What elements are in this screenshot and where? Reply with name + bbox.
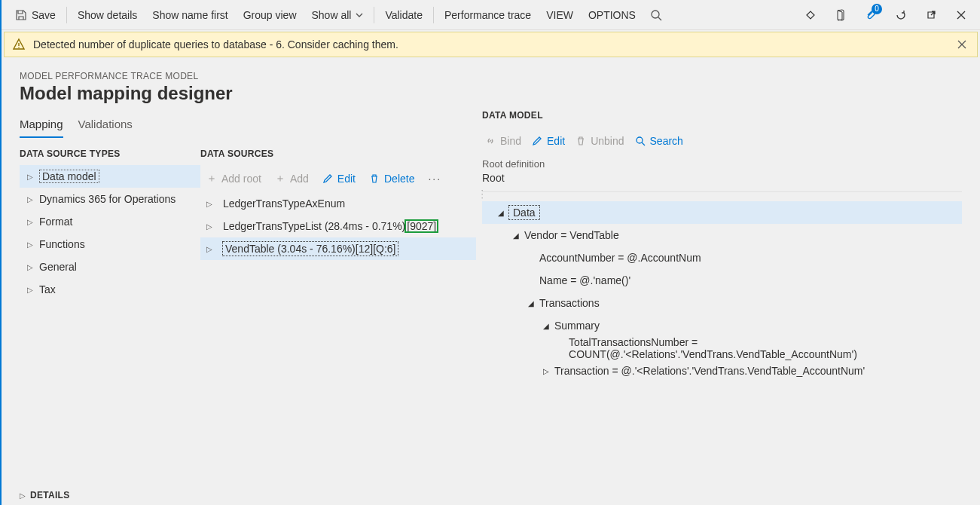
chevron-down-icon: ◢ bbox=[541, 322, 551, 330]
group-view-button[interactable]: Group view bbox=[236, 1, 304, 29]
main-content: Mapping Validations DATA SOURCE TYPES ▷ … bbox=[2, 107, 980, 505]
type-general[interactable]: ▷General bbox=[20, 256, 200, 278]
performance-trace-button[interactable]: Performance trace bbox=[437, 1, 539, 29]
chevron-down-icon bbox=[356, 11, 363, 19]
details-toggle[interactable]: ▷ DETAILS bbox=[20, 490, 70, 500]
dm-node-account-number[interactable]: ◢ AccountNumber = @.AccountNum bbox=[482, 246, 962, 269]
dm-node-transaction[interactable]: ▷ Transaction = @.'<Relations'.'VendTran… bbox=[482, 360, 962, 382]
page-header: MODEL PERFORMANCE TRACE MODEL Model mapp… bbox=[2, 59, 980, 107]
svg-line-1 bbox=[658, 17, 661, 20]
chevron-right-icon: ▷ bbox=[24, 286, 36, 294]
tab-validations[interactable]: Validations bbox=[78, 112, 133, 138]
root-definition-label: Root definition bbox=[482, 158, 962, 170]
search-button[interactable] bbox=[643, 2, 669, 28]
bind-button[interactable]: Bind bbox=[485, 135, 521, 147]
tabs: Mapping Validations bbox=[20, 112, 476, 138]
types-heading: DATA SOURCE TYPES bbox=[20, 148, 200, 159]
add-root-button[interactable]: ＋Add root bbox=[203, 169, 264, 188]
chevron-right-icon: ▷ bbox=[24, 173, 36, 181]
sources-toolbar: ＋Add root ＋Add Edit Delete ··· bbox=[200, 165, 476, 192]
type-functions[interactable]: ▷Functions bbox=[20, 233, 200, 256]
warning-bar: Detected number of duplicate queries to … bbox=[4, 32, 978, 57]
svg-point-4 bbox=[637, 137, 643, 143]
edit-button[interactable]: Edit bbox=[532, 135, 565, 147]
office-icon-button[interactable] bbox=[828, 2, 853, 28]
type-format[interactable]: ▷Format bbox=[20, 210, 200, 233]
data-model-tree: ◢ Data ◢ Vendor = VendTable ◢ AccountNum… bbox=[482, 201, 962, 382]
edit-button[interactable]: Edit bbox=[319, 170, 359, 188]
show-details-button[interactable]: Show details bbox=[70, 1, 145, 29]
type-tax[interactable]: ▷Tax bbox=[20, 278, 200, 301]
dm-node-label: Vendor = VendTable bbox=[524, 229, 619, 241]
details-label: DETAILS bbox=[30, 490, 70, 500]
pencil-icon bbox=[532, 136, 542, 146]
separator bbox=[374, 7, 374, 23]
chevron-down-icon: ◢ bbox=[511, 231, 521, 240]
ds-item-ledgertranstypeaxenum[interactable]: ▷ LedgerTransTypeAxEnum bbox=[200, 192, 476, 215]
attachments-button[interactable]: 0 bbox=[858, 2, 884, 28]
chevron-right-icon: ▷ bbox=[20, 491, 26, 500]
tab-mapping[interactable]: Mapping bbox=[20, 112, 63, 138]
types-tree: ▷ Data model ▷Dynamics 365 for Operation… bbox=[20, 165, 200, 301]
view-button[interactable]: VIEW bbox=[539, 1, 581, 29]
trash-icon bbox=[575, 136, 586, 146]
svg-point-3 bbox=[18, 47, 20, 48]
popout-button[interactable] bbox=[918, 2, 944, 28]
connectivity-icon-button[interactable] bbox=[798, 2, 823, 28]
chevron-right-icon: ▷ bbox=[24, 240, 36, 249]
dm-node-label: Transaction = @.'<Relations'.'VendTrans.… bbox=[554, 365, 865, 377]
dm-node-label: TotalTransactionsNumber = COUNT(@.'<Rela… bbox=[569, 336, 962, 360]
dm-node-label: Summary bbox=[554, 320, 600, 332]
ds-item-ledgertranstypelist[interactable]: ▷ LedgerTransTypeList (28.4ms - 0.71%) [… bbox=[200, 215, 476, 237]
search-icon bbox=[650, 9, 662, 21]
warning-close-button[interactable] bbox=[954, 37, 969, 52]
close-button[interactable] bbox=[948, 2, 974, 28]
search-icon bbox=[635, 136, 646, 146]
warning-icon bbox=[12, 38, 26, 51]
type-d365[interactable]: ▷Dynamics 365 for Operations bbox=[20, 188, 200, 210]
chevron-down-icon: ◢ bbox=[496, 209, 506, 217]
data-model-heading: DATA MODEL bbox=[482, 110, 962, 121]
chevron-right-icon: ▷ bbox=[24, 263, 36, 271]
connectivity-icon bbox=[804, 9, 817, 21]
plus-icon: ＋ bbox=[206, 172, 217, 185]
dm-node-vendor[interactable]: ◢ Vendor = VendTable bbox=[482, 224, 962, 246]
chevron-right-icon: ▷ bbox=[206, 200, 218, 208]
more-button[interactable]: ··· bbox=[425, 173, 444, 185]
separator bbox=[482, 191, 962, 192]
sources-heading: DATA SOURCES bbox=[200, 148, 476, 159]
validate-button[interactable]: Validate bbox=[377, 1, 430, 29]
dm-node-label: Transactions bbox=[539, 297, 600, 309]
search-button[interactable]: Search bbox=[635, 135, 683, 147]
svg-line-5 bbox=[642, 142, 645, 145]
ds-item-label: VendTable (3.04s - 76.16%)[12][Q:6] bbox=[223, 242, 398, 256]
unbind-button[interactable]: Unbind bbox=[575, 135, 624, 147]
options-button[interactable]: OPTIONS bbox=[581, 1, 643, 29]
dm-node-summary[interactable]: ◢ Summary bbox=[482, 314, 962, 337]
show-all-button[interactable]: Show all bbox=[304, 1, 371, 29]
warning-text: Detected number of duplicate queries to … bbox=[33, 38, 954, 50]
chevron-right-icon: ▷ bbox=[541, 367, 551, 375]
type-label: Functions bbox=[39, 238, 85, 250]
chevron-right-icon: ▷ bbox=[24, 218, 36, 226]
separator bbox=[66, 7, 67, 23]
refresh-button[interactable] bbox=[888, 2, 914, 28]
close-icon bbox=[957, 40, 966, 49]
dm-node-total-transactions[interactable]: ◢ TotalTransactionsNumber = COUNT(@.'<Re… bbox=[482, 337, 962, 360]
type-data-model[interactable]: ▷ Data model bbox=[20, 165, 200, 188]
ds-item-count-badge: [9027] bbox=[405, 220, 438, 232]
dm-node-name[interactable]: ◢ Name = @.'name()' bbox=[482, 269, 962, 292]
type-label: Dynamics 365 for Operations bbox=[39, 193, 176, 205]
root-definition-value: Root bbox=[482, 170, 962, 190]
dm-node-data[interactable]: ◢ Data bbox=[482, 201, 962, 224]
dm-node-transactions[interactable]: ◢ Transactions bbox=[482, 292, 962, 314]
save-icon bbox=[15, 9, 27, 21]
save-label: Save bbox=[32, 9, 56, 21]
save-button[interactable]: Save bbox=[8, 1, 63, 29]
ds-item-vendtable[interactable]: ▷ VendTable (3.04s - 76.16%)[12][Q:6] bbox=[200, 237, 476, 260]
chevron-right-icon: ▷ bbox=[206, 222, 218, 231]
show-name-first-button[interactable]: Show name first bbox=[145, 1, 235, 29]
add-button[interactable]: ＋Add bbox=[272, 169, 312, 188]
breadcrumb: MODEL PERFORMANCE TRACE MODEL bbox=[20, 71, 962, 81]
delete-button[interactable]: Delete bbox=[366, 170, 417, 188]
